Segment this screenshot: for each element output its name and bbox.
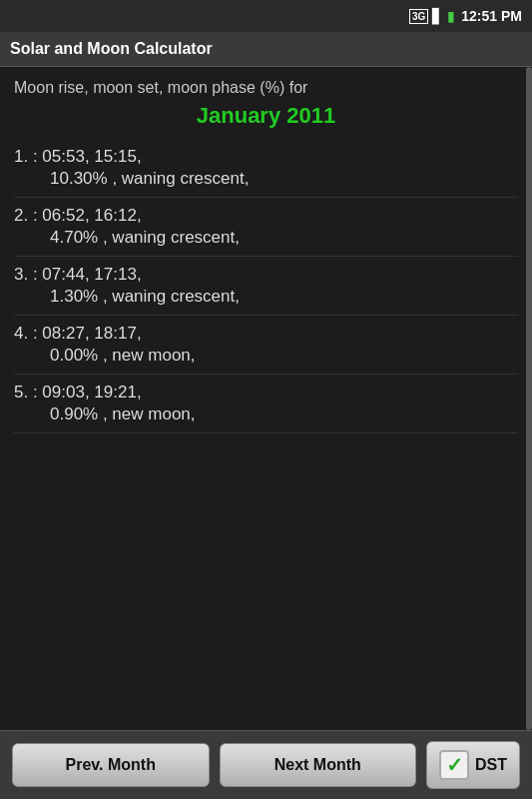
day-1-line2: 10.30% , waning crescent, [14, 169, 518, 189]
day-entry-5: 5. : 09:03, 19:21, 0.90% , new moon, [14, 375, 518, 433]
dst-label: DST [475, 756, 507, 774]
day-3-line2: 1.30% , waning crescent, [14, 287, 518, 307]
scrollbar[interactable] [526, 67, 532, 730]
day-entry-1: 1. : 05:53, 15:15, 10.30% , waning cresc… [14, 139, 518, 198]
day-5-line1: 5. : 09:03, 19:21, [14, 383, 518, 402]
day-entry-3: 3. : 07:44, 17:13, 1.30% , waning cresce… [14, 257, 518, 316]
dst-checkbox[interactable]: ✓ [439, 750, 469, 780]
day-3-line1: 3. : 07:44, 17:13, [14, 265, 518, 285]
day-4-line1: 4. : 08:27, 18:17, [14, 324, 518, 344]
month-title: January 2011 [14, 103, 518, 129]
day-2-line2: 4.70% , waning crescent, [14, 228, 518, 248]
status-icons: 3G ▋ ▮ [409, 8, 455, 24]
battery-icon: ▮ [447, 8, 455, 24]
status-time: 12:51 PM [461, 8, 522, 24]
day-2-line1: 2. : 06:52, 16:12, [14, 206, 518, 226]
main-content: Moon rise, moon set, moon phase (%) for … [0, 67, 532, 730]
dst-toggle[interactable]: ✓ DST [426, 741, 520, 789]
day-entry-2: 2. : 06:52, 16:12, 4.70% , waning cresce… [14, 198, 518, 257]
day-4-line2: 0.00% , new moon, [14, 346, 518, 366]
subtitle: Moon rise, moon set, moon phase (%) for [14, 77, 518, 99]
dst-checkmark-icon: ✓ [446, 753, 463, 777]
signal-bars-icon: ▋ [432, 8, 443, 24]
day-5-line2: 0.90% , new moon, [14, 404, 518, 424]
scroll-area[interactable]: Moon rise, moon set, moon phase (%) for … [0, 67, 532, 730]
app-title: Solar and Moon Calculator [10, 40, 213, 57]
next-month-button[interactable]: Next Month [220, 743, 417, 787]
day-1-line1: 1. : 05:53, 15:15, [14, 147, 518, 167]
title-bar: Solar and Moon Calculator [0, 32, 532, 67]
signal-3g-icon: 3G [409, 9, 428, 24]
status-bar: 3G ▋ ▮ 12:51 PM [0, 0, 532, 32]
day-entry-4: 4. : 08:27, 18:17, 0.00% , new moon, [14, 316, 518, 375]
bottom-bar: Prev. Month Next Month ✓ DST [0, 730, 532, 799]
prev-month-button[interactable]: Prev. Month [12, 743, 210, 787]
